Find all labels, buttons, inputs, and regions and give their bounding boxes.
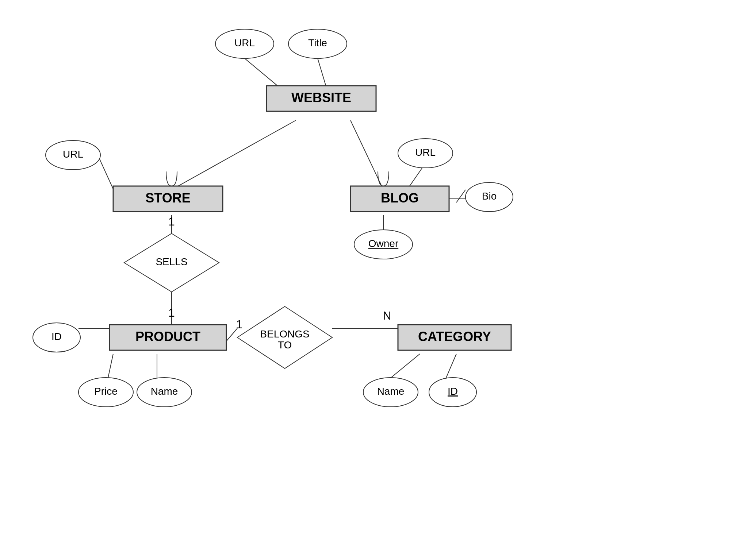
attr-product-price-label: Price bbox=[94, 386, 118, 397]
relationship-sells-label: SELLS bbox=[156, 256, 187, 267]
entity-product-label: PRODUCT bbox=[135, 329, 200, 344]
entity-category-label: CATEGORY bbox=[418, 329, 491, 344]
entity-store-label: STORE bbox=[145, 190, 190, 205]
attr-blog-url-label: URL bbox=[415, 147, 436, 158]
attr-store-url-label: URL bbox=[63, 148, 83, 160]
svg-line-15 bbox=[389, 354, 420, 379]
cardinality-sells-product: 1 bbox=[168, 306, 175, 319]
attr-category-name-label: Name bbox=[377, 386, 405, 397]
attr-website-title-label: Title bbox=[308, 37, 327, 49]
entity-website-label: WEBSITE bbox=[291, 90, 351, 105]
svg-line-6 bbox=[456, 190, 466, 202]
cardinality-belongs-category: N bbox=[383, 309, 391, 322]
relationship-belongs-to-label2: TO bbox=[278, 339, 292, 351]
entity-blog-label: BLOG bbox=[381, 190, 419, 205]
svg-line-16 bbox=[445, 354, 456, 379]
attr-website-url-label: URL bbox=[234, 37, 255, 49]
attr-blog-owner-label: Owner bbox=[368, 238, 398, 249]
er-diagram: WEBSITE STORE BLOG PRODUCT CATEGORY URL … bbox=[0, 0, 747, 560]
svg-line-2 bbox=[172, 120, 296, 190]
attr-product-id-label: ID bbox=[51, 331, 62, 342]
cardinality-product-belongs: 1 bbox=[236, 318, 242, 331]
relationship-belongs-to-label: BELONGS bbox=[260, 328, 309, 340]
attr-category-id-label: ID bbox=[448, 386, 458, 397]
cardinality-store-sells: 1 bbox=[168, 215, 175, 228]
attr-blog-bio-label: Bio bbox=[482, 190, 497, 202]
svg-line-13 bbox=[108, 354, 113, 379]
attr-product-name-label: Name bbox=[151, 386, 178, 397]
